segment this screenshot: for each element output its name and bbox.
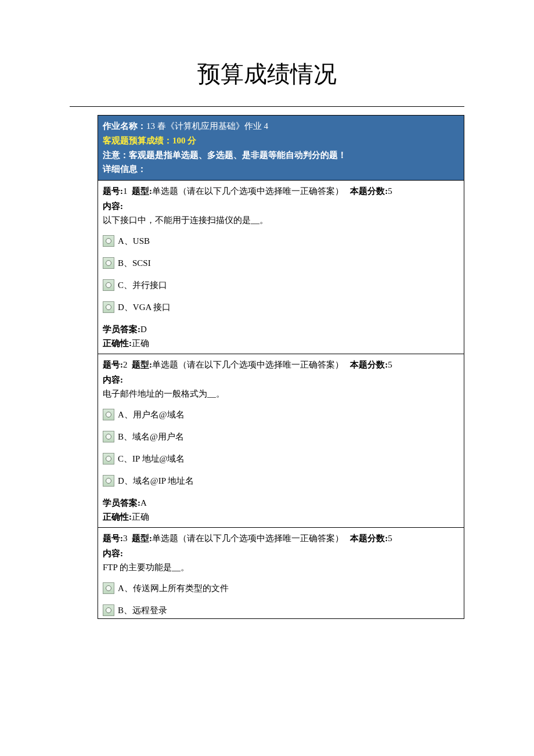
detail-label: 详细信息：	[103, 162, 459, 177]
question-block: 题号:2 题型:单选题（请在以下几个选项中选择唯一正确答案） 本题分数:5 内容…	[98, 354, 464, 527]
correct-value: 正确	[132, 512, 149, 521]
option-row: D、域名@IP 地址名	[103, 474, 459, 488]
option-row: A、用户名@域名	[103, 408, 459, 422]
q-score-label: 本题分数:	[350, 186, 388, 196]
q-type-text: 单选题（请在以下几个选项中选择唯一正确答案）	[152, 186, 344, 196]
note-line: 注意：客观题是指单选题、多选题、是非题等能自动判分的题！	[103, 148, 459, 163]
radio-icon[interactable]	[103, 301, 114, 313]
work-name-label: 作业名称：	[103, 121, 146, 131]
answer-label: 学员答案:	[103, 325, 140, 334]
option-row: A、传送网上所有类型的文件	[103, 581, 459, 595]
question-text: FTP 的主要功能是__。	[103, 560, 459, 574]
question-text: 以下接口中，不能用于连接扫描仪的是__。	[103, 213, 459, 227]
content-label: 内容:	[103, 199, 459, 213]
q-type-label: 题型:	[132, 360, 152, 369]
question-block: 题号:3 题型:单选题（请在以下几个选项中选择唯一正确答案） 本题分数:5 内容…	[98, 527, 464, 618]
question-block: 题号:1 题型:单选题（请在以下几个选项中选择唯一正确答案） 本题分数:5 内容…	[98, 180, 464, 354]
option-row: B、域名@用户名	[103, 430, 459, 444]
radio-icon[interactable]	[103, 475, 114, 487]
q-num: 3	[123, 534, 128, 543]
option-text: A、用户名@域名	[118, 408, 185, 422]
answer-value: D	[140, 325, 147, 334]
q-type-label: 题型:	[132, 186, 152, 196]
option-text: B、SCSI	[118, 256, 151, 270]
radio-icon[interactable]	[103, 604, 114, 616]
option-text: C、并行接口	[118, 278, 167, 292]
correctness-line: 正确性:正确	[103, 336, 459, 350]
radio-icon[interactable]	[103, 409, 114, 420]
q-score-label: 本题分数:	[350, 534, 388, 543]
q-score: 5	[388, 360, 392, 369]
q-num-label: 题号:	[103, 360, 123, 369]
correctness-line: 正确性:正确	[103, 510, 459, 524]
option-text: C、IP 地址@域名	[118, 452, 185, 466]
work-name-line: 作业名称：13 春《计算机应用基础》作业 4	[103, 119, 459, 134]
question-header: 题号:2 题型:单选题（请在以下几个选项中选择唯一正确答案） 本题分数:5	[103, 358, 459, 372]
q-num-label: 题号:	[103, 534, 123, 543]
question-text: 电子邮件地址的一般格式为__。	[103, 387, 459, 401]
radio-icon[interactable]	[103, 279, 114, 291]
title-underline-wrap	[0, 102, 534, 115]
option-text: B、远程登录	[118, 603, 167, 617]
option-text: D、VGA 接口	[118, 300, 171, 314]
correct-label: 正确性:	[103, 512, 132, 521]
question-header: 题号:1 题型:单选题（请在以下几个选项中选择唯一正确答案） 本题分数:5	[103, 184, 459, 198]
radio-icon[interactable]	[103, 235, 114, 247]
option-row: B、SCSI	[103, 256, 459, 270]
main-container: 作业名称：13 春《计算机应用基础》作业 4 客观题预算成绩：100 分 注意：…	[98, 115, 464, 619]
option-row: C、并行接口	[103, 278, 459, 292]
radio-icon[interactable]	[103, 257, 114, 269]
q-type-text: 单选题（请在以下几个选项中选择唯一正确答案）	[152, 360, 344, 369]
q-type-text: 单选题（请在以下几个选项中选择唯一正确答案）	[152, 534, 344, 543]
q-num: 2	[123, 360, 128, 369]
correct-label: 正确性:	[103, 339, 132, 348]
content-label: 内容:	[103, 373, 459, 387]
page-title: 预算成绩情况	[0, 0, 534, 102]
answer-label: 学员答案:	[103, 498, 140, 507]
score-line: 客观题预算成绩：100 分	[103, 134, 459, 148]
title-underline	[70, 106, 464, 107]
q-type-label: 题型:	[132, 534, 152, 543]
q-score: 5	[388, 186, 392, 196]
option-row: D、VGA 接口	[103, 300, 459, 314]
option-row: A、USB	[103, 234, 459, 248]
student-answer-line: 学员答案:A	[103, 496, 459, 510]
content-label: 内容:	[103, 546, 459, 560]
question-header: 题号:3 题型:单选题（请在以下几个选项中选择唯一正确答案） 本题分数:5	[103, 531, 459, 545]
option-text: B、域名@用户名	[118, 430, 184, 444]
student-answer-line: 学员答案:D	[103, 322, 459, 336]
work-name-value: 13 春《计算机应用基础》作业 4	[146, 121, 268, 131]
radio-icon[interactable]	[103, 431, 114, 442]
option-text: A、传送网上所有类型的文件	[118, 581, 229, 595]
q-score-label: 本题分数:	[350, 360, 388, 369]
q-num-label: 题号:	[103, 186, 123, 196]
correct-value: 正确	[132, 339, 149, 348]
option-row: B、远程登录	[103, 603, 459, 617]
q-score: 5	[388, 534, 392, 543]
header-box: 作业名称：13 春《计算机应用基础》作业 4 客观题预算成绩：100 分 注意：…	[98, 116, 464, 180]
option-text: A、USB	[118, 234, 150, 248]
radio-icon[interactable]	[103, 582, 114, 594]
q-num: 1	[123, 186, 128, 196]
radio-icon[interactable]	[103, 453, 114, 465]
option-text: D、域名@IP 地址名	[118, 474, 194, 488]
option-row: C、IP 地址@域名	[103, 452, 459, 466]
answer-value: A	[140, 498, 147, 507]
